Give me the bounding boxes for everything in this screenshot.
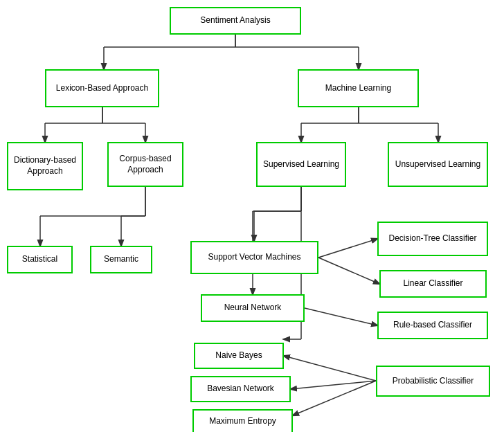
node-lexicon_based: Lexicon-Based Approach — [45, 69, 159, 107]
node-statistical: Statistical — [7, 246, 73, 273]
node-label-lexicon_based: Lexicon-Based Approach — [56, 83, 148, 94]
node-label-unsupervised: Unsupervised Learning — [395, 159, 480, 170]
node-label-dictionary_based: Dictionary-based Approach — [11, 155, 79, 177]
node-dictionary_based: Dictionary-based Approach — [7, 142, 83, 190]
node-label-machine_learning: Machine Learning — [325, 83, 391, 94]
svg-line-35 — [284, 356, 376, 381]
svg-line-33 — [318, 258, 379, 284]
node-supervised: Supervised Learning — [256, 142, 346, 187]
node-label-neural_network: Neural Network — [224, 303, 282, 314]
svg-line-32 — [318, 239, 377, 258]
node-linear_classifier: Linear Classifier — [379, 270, 487, 298]
svg-line-37 — [293, 381, 376, 415]
node-bavesian: Bavesian Network — [190, 376, 291, 402]
node-label-bavesian: Bavesian Network — [207, 384, 274, 395]
svg-line-36 — [291, 381, 376, 389]
node-svm: Support Vector Machines — [190, 241, 318, 274]
node-label-sentiment_analysis: Sentiment Analysis — [200, 15, 270, 26]
node-label-naive_bayes: Naive Bayes — [215, 350, 262, 361]
node-unsupervised: Unsupervised Learning — [388, 142, 488, 187]
node-probabilistic: Probabilistic Classifier — [376, 366, 490, 397]
node-label-linear_classifier: Linear Classifier — [403, 278, 462, 289]
node-max_entropy: Maximum Entropy — [192, 409, 293, 432]
node-naive_bayes: Naive Bayes — [194, 343, 284, 369]
node-label-probabilistic: Probabilistic Classifier — [393, 376, 474, 387]
node-label-semantic: Semantic — [104, 254, 138, 265]
node-rule_based: Rule-based Classifier — [377, 312, 488, 339]
node-label-rule_based: Rule-based Classifier — [393, 320, 472, 331]
node-label-decision_tree: Decision-Tree Classifier — [389, 233, 477, 244]
diagram: Sentiment AnalysisLexicon-Based Approach… — [0, 0, 504, 432]
node-label-max_entropy: Maximum Entropy — [209, 416, 276, 427]
node-label-supervised: Supervised Learning — [263, 159, 339, 170]
node-label-statistical: Statistical — [22, 254, 57, 265]
node-neural_network: Neural Network — [201, 294, 305, 322]
node-semantic: Semantic — [90, 246, 152, 273]
node-corpus_based: Corpus-based Approach — [107, 142, 183, 187]
node-decision_tree: Decision-Tree Classifier — [377, 222, 488, 256]
node-machine_learning: Machine Learning — [298, 69, 419, 107]
node-label-svm: Support Vector Machines — [208, 252, 300, 263]
node-sentiment_analysis: Sentiment Analysis — [170, 7, 301, 35]
node-label-corpus_based: Corpus-based Approach — [111, 154, 179, 175]
svg-line-34 — [305, 308, 377, 325]
